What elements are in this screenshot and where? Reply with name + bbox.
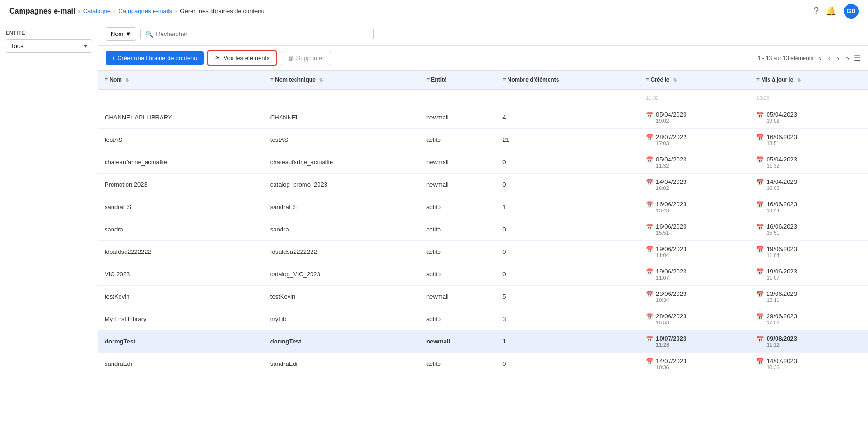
mis-a-jour-le-value: 16/06/202315:51 [767,223,797,236]
col-entite-label: ≡ Entité [426,77,447,83]
help-icon[interactable]: ? [814,6,819,16]
cell-mis-a-jour-le: 📅 19/06/202311:07 [750,263,868,286]
cell-nom: My First Library [98,308,264,330]
col-mis-a-jour-le[interactable]: ≡ Mis à jour le ⇅ [750,71,868,89]
col-nom-technique[interactable]: ≡ Nom technique ⇅ [264,71,420,89]
cell-nombre-elements: 4 [496,106,639,129]
cree-le-value: 14/04/202316:02 [656,178,686,191]
cell-mis-a-jour-le: 📅 29/06/202317:56 [750,308,868,330]
cree-le-value: 28/06/202315:53 [656,313,686,325]
calendar-icon: 📅 [756,291,764,298]
table-row[interactable]: sandraEdi sandraEdi actito 0 📅 14/07/202… [98,353,868,375]
create-library-button[interactable]: + Créer une librairie de contenu [106,51,204,65]
cell-nom-technique: catalog_promo_2023 [264,174,420,196]
table-row[interactable]: 11:32 15:08 [98,89,868,106]
calendar-icon: 📅 [646,246,653,253]
view-elements-button[interactable]: 👁 Voir les éléments [207,50,277,66]
table-row[interactable]: My First Library myLib actito 3 📅 28/06/… [98,308,868,330]
toolbar-top: Nom ▼ 🔍 [98,22,868,46]
sort-nom-technique-icon: ⇅ [319,77,323,83]
cell-cree-le: 📅 28/07/202217:03 [639,129,750,151]
table-row[interactable]: chateaufarine_actualite chateaufarine_ac… [98,151,868,174]
table-row[interactable]: testKevin testKevin newmail 5 📅 23/06/20… [98,286,868,308]
entity-select[interactable]: Tous actito newmail [6,39,92,53]
table-row[interactable]: sandra sandra actito 0 📅 16/06/202315:51… [98,218,868,241]
search-input[interactable] [156,30,368,37]
cell-nombre-elements: 0 [496,218,639,241]
cell-nom-technique: chateaufarine_actualite [264,151,420,174]
cell-mis-a-jour-le: 📅 16/06/202313:44 [750,196,868,218]
mis-a-jour-le-value: 09/08/202311:12 [767,335,797,348]
search-icon: 🔍 [145,30,153,38]
header-right: ? 🔔 GD [814,4,859,19]
table-row[interactable]: CHANNEL API LIBRARY CHANNEL newmail 4 📅 … [98,106,868,129]
cree-le-value: 10/07/202311:28 [656,335,686,348]
table-row[interactable]: VIC 2023 catalog_VIC_2023 actito 0 📅 19/… [98,263,868,286]
col-nom[interactable]: ≡ Nom ⇅ [98,71,264,89]
pagination-next[interactable]: › [835,54,841,63]
cell-cree-le: 📅 05/04/202319:02 [639,106,750,129]
breadcrumb-campagnes[interactable]: Campagnes e-mails [118,7,172,14]
pagination-text: 1 - 13 sur 13 éléments [758,55,813,62]
cell-entite: newmail [420,106,496,129]
table-body: 11:32 15:08 CHANNEL API LIBRARY CHANNEL … [98,89,868,375]
table-container: ≡ Nom ⇅ ≡ Nom technique ⇅ ≡ Entité ≡ Nom… [98,71,868,434]
table-row[interactable]: dormgTest dormgTest newmail 1 📅 10/07/20… [98,330,868,353]
calendar-icon: 📅 [646,156,653,163]
delete-button[interactable]: 🗑 Supprimer [281,51,331,65]
header-left: Campagnes e-mail › Catalogue › Campagnes… [9,7,265,15]
calendar-icon: 📅 [756,313,764,320]
col-entite[interactable]: ≡ Entité [420,71,496,89]
cell-nombre-elements: 0 [496,151,639,174]
calendar-icon: 📅 [756,224,764,231]
cell-cree-le: 📅 14/07/202310:36 [639,353,750,375]
pagination-last[interactable]: » [844,54,851,63]
calendar-icon: 📅 [756,336,764,343]
cell-nom: fdsafdsa2222222 [98,241,264,263]
trash-icon: 🗑 [288,55,294,62]
avatar[interactable]: GD [844,4,859,19]
cell-nom-technique: sandra [264,218,420,241]
breadcrumb-catalogue[interactable]: Catalogue [83,7,111,14]
table-row[interactable]: fdsafdsa2222222 fdsafdsa2222222 actito 0… [98,241,868,263]
calendar-icon: 📅 [646,134,653,141]
col-nombre-elements[interactable]: ≡ Nombre d'éléments [496,71,639,89]
mis-a-jour-le-value: 05/04/202319:02 [767,111,797,124]
cell-entite: actito [420,218,496,241]
header: Campagnes e-mail › Catalogue › Campagnes… [0,0,868,22]
cell-mis-a-jour-le: 📅 09/08/202311:12 [750,330,868,353]
cell-nom: testAS [98,129,264,151]
col-cree-le[interactable]: ≡ Créé le ⇅ [639,71,750,89]
column-settings-button[interactable]: ☰ [854,54,861,63]
cree-le-value: 19/06/202311:04 [656,245,686,258]
cell-nom: sandra [98,218,264,241]
filter-button[interactable]: Nom ▼ [106,27,136,41]
cree-le-value: 23/06/202310:34 [656,290,686,303]
mis-a-jour-le-value: 05/04/202311:32 [767,156,797,168]
calendar-icon: 📅 [646,358,653,365]
view-elements-label: Voir les éléments [223,55,269,62]
cell-cree-le: 📅 14/04/202316:02 [639,174,750,196]
mis-a-jour-le-value: 14/04/202316:02 [767,178,797,191]
cree-le-value: 05/04/202311:32 [656,156,686,168]
cell-cree-le: 📅 05/04/202311:32 [639,151,750,174]
table-row[interactable]: testAS testAS actito 21 📅 28/07/202217:0… [98,129,868,151]
pagination-prev[interactable]: ‹ [826,54,833,63]
cell-cree-le: 📅 16/06/202313:43 [639,196,750,218]
calendar-icon: 📅 [646,179,653,186]
cell-mis-a-jour-le: 15:08 [750,89,868,106]
calendar-icon: 📅 [646,112,653,119]
table-row[interactable]: Promotion 2023 catalog_promo_2023 newmai… [98,174,868,196]
calendar-icon: 📅 [756,134,764,141]
pagination-first[interactable]: « [816,54,824,63]
calendar-icon: 📅 [646,336,653,343]
cell-nombre-elements: 21 [496,129,639,151]
breadcrumb-current: Gérer mes librairies de contenu [180,7,264,14]
calendar-icon: 📅 [756,179,764,186]
toolbar-actions: + Créer une librairie de contenu 👁 Voir … [98,46,868,71]
calendar-icon: 📅 [756,201,764,208]
bell-icon[interactable]: 🔔 [826,6,836,16]
cell-nombre-elements: 0 [496,263,639,286]
cell-mis-a-jour-le: 📅 14/07/202310:36 [750,353,868,375]
table-row[interactable]: sandraES sandraES actito 1 📅 16/06/20231… [98,196,868,218]
